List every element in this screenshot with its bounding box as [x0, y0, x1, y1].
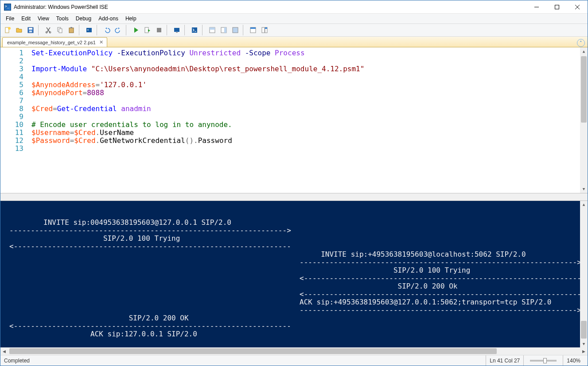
menu-edit[interactable]: Edit [18, 15, 34, 23]
code-line[interactable]: $AnynodeAddress='127.0.0.1' [31, 81, 580, 89]
svg-rect-7 [29, 28, 32, 30]
close-button[interactable] [567, 0, 588, 14]
menu-help[interactable]: Help [122, 15, 140, 23]
code-line[interactable] [31, 145, 580, 153]
clear-console-icon[interactable] [84, 25, 94, 35]
scroll-right-icon[interactable]: ▶ [580, 347, 588, 355]
line-number: 13 [0, 145, 23, 153]
scroll-left-icon[interactable]: ◀ [0, 347, 8, 355]
script-editor[interactable]: 12345678910111213 Set-ExecutionPolicy -E… [0, 47, 588, 193]
code-line[interactable]: # Encode user credentials to log in to a… [31, 121, 580, 129]
show-command-icon[interactable] [248, 25, 258, 35]
code-line[interactable] [31, 57, 580, 65]
code-line[interactable]: Import-Module "C:\Users\anynodeadmin\Des… [31, 65, 580, 73]
toolbar-separator [184, 25, 187, 35]
menu-addons[interactable]: Add-ons [95, 15, 122, 23]
console-line: <---------------------------------------… [9, 290, 588, 298]
line-number: 5 [0, 81, 23, 89]
open-file-icon[interactable] [14, 25, 24, 35]
svg-rect-30 [265, 27, 267, 29]
script-tab[interactable]: example_message_history_get_v2 2.ps1 ✕ [2, 37, 107, 47]
zoom-level: 140% [563, 355, 584, 366]
svg-rect-1 [555, 5, 559, 9]
editor-horizontal-scrollbar[interactable] [0, 193, 588, 201]
toolbar-separator [38, 25, 41, 35]
scroll-up-icon[interactable]: ▲ [580, 201, 588, 208]
cut-icon[interactable] [43, 25, 54, 35]
zoom-control[interactable] [523, 355, 563, 366]
menu-file[interactable]: File [2, 15, 18, 23]
console-line: SIP/2.0 100 Trying [9, 235, 588, 243]
save-icon[interactable] [25, 25, 36, 35]
scroll-up-icon[interactable]: ▲ [580, 47, 588, 55]
editor-vertical-scrollbar[interactable]: ▲ ▼ [580, 47, 588, 193]
run-selection-icon[interactable] [142, 25, 153, 35]
console-line: <---------------------------------------… [9, 243, 588, 250]
svg-rect-17 [157, 28, 161, 32]
editor-scroll-thumb[interactable] [581, 56, 587, 123]
start-powershell-icon[interactable] [189, 25, 200, 35]
menu-view[interactable]: View [34, 15, 53, 23]
svg-rect-24 [224, 27, 226, 33]
remote-powershell-icon[interactable] [171, 25, 182, 35]
console-hscroll-thumb[interactable] [9, 348, 497, 354]
console-line: <---------------------------------------… [9, 274, 588, 282]
code-line[interactable] [31, 73, 580, 81]
console-horizontal-scrollbar[interactable]: ◀ ▶ [0, 347, 588, 355]
svg-point-5 [8, 27, 11, 30]
redo-icon[interactable] [113, 25, 124, 35]
svg-rect-27 [250, 27, 256, 29]
menu-tools[interactable]: Tools [53, 15, 72, 23]
code-line[interactable]: Set-ExecutionPolicy -ExecutionPolicy Unr… [31, 49, 580, 57]
stop-icon[interactable] [154, 25, 164, 35]
toolbar-separator [79, 25, 82, 35]
powershell-ise-icon [4, 4, 11, 11]
scroll-down-icon[interactable]: ▼ [580, 185, 588, 193]
svg-rect-28 [262, 27, 265, 33]
layout-top-icon[interactable] [207, 25, 218, 35]
line-number: 6 [0, 89, 23, 97]
cursor-position: Ln 41 Col 27 [486, 355, 523, 366]
code-line[interactable] [31, 97, 580, 105]
toolbar-separator [167, 25, 169, 35]
console-vertical-scrollbar[interactable]: ▲ ▼ [580, 201, 588, 347]
zoom-slider[interactable] [530, 360, 557, 362]
code-area[interactable]: Set-ExecutionPolicy -ExecutionPolicy Unr… [27, 47, 580, 193]
toolbar-separator [202, 25, 205, 35]
window-title: Administrator: Windows PowerShell ISE [14, 4, 108, 10]
code-line[interactable] [31, 113, 580, 121]
zoom-slider-knob[interactable] [543, 358, 547, 363]
code-line[interactable]: $Username=$Cred.UserName [31, 129, 580, 137]
svg-rect-12 [59, 29, 62, 33]
menubar: FileEditViewToolsDebugAdd-onsHelp [0, 14, 588, 23]
copy-icon[interactable] [55, 25, 65, 35]
close-tab-icon[interactable]: ✕ [98, 39, 104, 45]
scroll-down-icon[interactable]: ▼ [580, 340, 588, 347]
menu-debug[interactable]: Debug [72, 15, 95, 23]
titlebar: Administrator: Windows PowerShell ISE [0, 0, 588, 14]
maximize-button[interactable] [547, 0, 567, 14]
code-line[interactable]: $Password=$Cred.GetNetworkCredential().P… [31, 137, 580, 145]
code-line[interactable]: $Cred=Get-Credential anadmin [31, 105, 580, 113]
console-line: ACK sip:+4953638195603@127.0.0.1:5062;tr… [9, 298, 588, 306]
new-file-icon[interactable] [2, 25, 13, 35]
layout-right-icon[interactable] [218, 25, 229, 35]
console-line: SIP/2.0 200 Ok [9, 282, 588, 290]
status-message: Completed [4, 358, 30, 364]
console-scroll-thumb[interactable] [581, 321, 587, 339]
svg-rect-16 [145, 27, 148, 33]
layout-max-icon[interactable] [230, 25, 241, 35]
collapse-script-pane-icon[interactable]: ˄ [577, 39, 585, 47]
console-line: ACK sip:127.0.0.1 SIP/2.0 [9, 330, 588, 338]
paste-icon[interactable] [66, 25, 77, 35]
minimize-button[interactable] [526, 0, 547, 14]
show-addon-icon[interactable] [259, 25, 270, 35]
run-script-icon[interactable] [131, 25, 141, 35]
code-line[interactable]: $AnynodePort=8088 [31, 89, 580, 97]
undo-icon[interactable] [101, 25, 112, 35]
line-number: 10 [0, 121, 23, 129]
line-number: 1 [0, 49, 23, 57]
console-line: ----------------------------------------… [9, 227, 588, 235]
svg-rect-8 [29, 31, 32, 32]
console-pane[interactable]: INVITE sip:004953638195603@127.0.0.1 SIP… [0, 201, 588, 347]
